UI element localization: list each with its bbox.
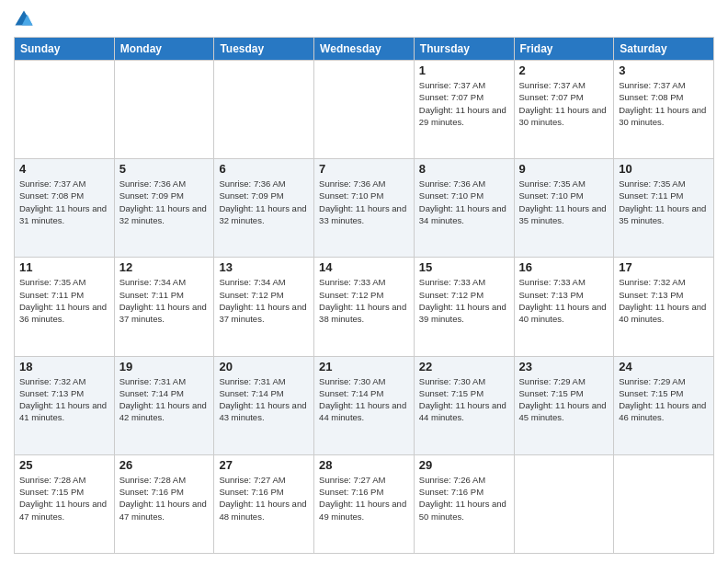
calendar-cell: 23Sunrise: 7:29 AMSunset: 7:15 PMDayligh…: [514, 356, 614, 454]
day-info: Sunrise: 7:31 AMSunset: 7:14 PMDaylight:…: [119, 375, 210, 424]
calendar-cell: 1Sunrise: 7:37 AMSunset: 7:07 PMDaylight…: [414, 61, 514, 159]
day-header-friday: Friday: [514, 38, 614, 61]
day-header-tuesday: Tuesday: [214, 38, 314, 61]
day-info: Sunrise: 7:33 AMSunset: 7:12 PMDaylight:…: [419, 276, 509, 325]
calendar-cell: 19Sunrise: 7:31 AMSunset: 7:14 PMDayligh…: [114, 356, 214, 454]
day-info: Sunrise: 7:36 AMSunset: 7:10 PMDaylight:…: [419, 178, 509, 226]
day-info: Sunrise: 7:33 AMSunset: 7:12 PMDaylight:…: [319, 276, 409, 325]
day-info: Sunrise: 7:32 AMSunset: 7:13 PMDaylight:…: [619, 276, 709, 325]
calendar-cell: 3Sunrise: 7:37 AMSunset: 7:08 PMDaylight…: [614, 61, 714, 159]
calendar-cell: [614, 454, 714, 553]
calendar-cell: [114, 61, 214, 159]
logo: [14, 9, 36, 29]
day-number: 11: [19, 260, 109, 274]
day-number: 19: [119, 360, 210, 373]
calendar-cell: 10Sunrise: 7:35 AMSunset: 7:11 PMDayligh…: [614, 159, 714, 258]
day-number: 21: [319, 360, 409, 373]
day-number: 22: [419, 360, 509, 373]
calendar-cell: 24Sunrise: 7:29 AMSunset: 7:15 PMDayligh…: [614, 356, 714, 454]
day-info: Sunrise: 7:35 AMSunset: 7:11 PMDaylight:…: [619, 178, 709, 226]
day-info: Sunrise: 7:29 AMSunset: 7:15 PMDaylight:…: [619, 375, 709, 424]
page: SundayMondayTuesdayWednesdayThursdayFrid…: [0, 0, 728, 563]
calendar-cell: 12Sunrise: 7:34 AMSunset: 7:11 PMDayligh…: [114, 258, 214, 356]
calendar-cell: [15, 61, 115, 159]
day-number: 24: [619, 360, 709, 373]
day-number: 1: [419, 63, 509, 77]
day-number: 18: [19, 360, 109, 373]
calendar-cell: [314, 61, 415, 159]
day-number: 8: [419, 162, 509, 176]
day-info: Sunrise: 7:35 AMSunset: 7:10 PMDaylight:…: [519, 178, 609, 226]
day-info: Sunrise: 7:37 AMSunset: 7:07 PMDaylight:…: [419, 79, 509, 128]
day-header-monday: Monday: [114, 38, 214, 61]
day-number: 16: [519, 260, 609, 274]
calendar-cell: 4Sunrise: 7:37 AMSunset: 7:08 PMDaylight…: [15, 159, 115, 258]
header: [14, 9, 714, 29]
day-info: Sunrise: 7:37 AMSunset: 7:08 PMDaylight:…: [619, 79, 709, 128]
day-info: Sunrise: 7:30 AMSunset: 7:15 PMDaylight:…: [419, 375, 509, 424]
day-header-thursday: Thursday: [414, 38, 514, 61]
day-number: 17: [619, 260, 709, 274]
calendar-cell: 27Sunrise: 7:27 AMSunset: 7:16 PMDayligh…: [214, 454, 314, 553]
day-info: Sunrise: 7:35 AMSunset: 7:11 PMDaylight:…: [19, 276, 109, 325]
day-info: Sunrise: 7:36 AMSunset: 7:09 PMDaylight:…: [119, 178, 210, 226]
day-info: Sunrise: 7:30 AMSunset: 7:14 PMDaylight:…: [319, 375, 409, 424]
day-number: 5: [119, 162, 210, 176]
day-header-wednesday: Wednesday: [314, 38, 415, 61]
calendar-cell: 5Sunrise: 7:36 AMSunset: 7:09 PMDaylight…: [114, 159, 214, 258]
calendar-cell: 25Sunrise: 7:28 AMSunset: 7:15 PMDayligh…: [15, 454, 115, 553]
calendar-cell: 15Sunrise: 7:33 AMSunset: 7:12 PMDayligh…: [414, 258, 514, 356]
calendar-cell: 14Sunrise: 7:33 AMSunset: 7:12 PMDayligh…: [314, 258, 415, 356]
day-number: 7: [319, 162, 409, 176]
logo-icon: [14, 9, 34, 29]
day-info: Sunrise: 7:37 AMSunset: 7:08 PMDaylight:…: [19, 178, 109, 226]
day-info: Sunrise: 7:34 AMSunset: 7:12 PMDaylight:…: [219, 276, 309, 325]
calendar-cell: 13Sunrise: 7:34 AMSunset: 7:12 PMDayligh…: [214, 258, 314, 356]
day-number: 3: [619, 63, 709, 77]
day-header-saturday: Saturday: [614, 38, 714, 61]
calendar-cell: 21Sunrise: 7:30 AMSunset: 7:14 PMDayligh…: [314, 356, 415, 454]
day-number: 9: [519, 162, 609, 176]
calendar-cell: 2Sunrise: 7:37 AMSunset: 7:07 PMDaylight…: [514, 61, 614, 159]
calendar-cell: 7Sunrise: 7:36 AMSunset: 7:10 PMDaylight…: [314, 159, 415, 258]
day-info: Sunrise: 7:26 AMSunset: 7:16 PMDaylight:…: [419, 474, 509, 523]
calendar-cell: 29Sunrise: 7:26 AMSunset: 7:16 PMDayligh…: [414, 454, 514, 553]
calendar-week-5: 25Sunrise: 7:28 AMSunset: 7:15 PMDayligh…: [15, 454, 714, 553]
calendar-cell: 6Sunrise: 7:36 AMSunset: 7:09 PMDaylight…: [214, 159, 314, 258]
calendar-cell: 26Sunrise: 7:28 AMSunset: 7:16 PMDayligh…: [114, 454, 214, 553]
day-info: Sunrise: 7:36 AMSunset: 7:09 PMDaylight:…: [219, 178, 309, 226]
day-info: Sunrise: 7:32 AMSunset: 7:13 PMDaylight:…: [19, 375, 109, 424]
calendar-cell: 20Sunrise: 7:31 AMSunset: 7:14 PMDayligh…: [214, 356, 314, 454]
calendar-week-3: 11Sunrise: 7:35 AMSunset: 7:11 PMDayligh…: [15, 258, 714, 356]
calendar-cell: 11Sunrise: 7:35 AMSunset: 7:11 PMDayligh…: [15, 258, 115, 356]
day-number: 10: [619, 162, 709, 176]
day-number: 14: [319, 260, 409, 274]
day-info: Sunrise: 7:37 AMSunset: 7:07 PMDaylight:…: [519, 79, 609, 128]
calendar-cell: 16Sunrise: 7:33 AMSunset: 7:13 PMDayligh…: [514, 258, 614, 356]
day-number: 23: [519, 360, 609, 373]
day-info: Sunrise: 7:33 AMSunset: 7:13 PMDaylight:…: [519, 276, 609, 325]
day-number: 20: [219, 360, 309, 373]
calendar-week-1: 1Sunrise: 7:37 AMSunset: 7:07 PMDaylight…: [15, 61, 714, 159]
calendar-cell: [214, 61, 314, 159]
day-info: Sunrise: 7:34 AMSunset: 7:11 PMDaylight:…: [119, 276, 210, 325]
calendar-cell: 18Sunrise: 7:32 AMSunset: 7:13 PMDayligh…: [15, 356, 115, 454]
day-number: 15: [419, 260, 509, 274]
day-number: 25: [19, 458, 109, 472]
calendar-cell: [514, 454, 614, 553]
day-info: Sunrise: 7:36 AMSunset: 7:10 PMDaylight:…: [319, 178, 409, 226]
day-info: Sunrise: 7:27 AMSunset: 7:16 PMDaylight:…: [319, 474, 409, 523]
day-info: Sunrise: 7:31 AMSunset: 7:14 PMDaylight:…: [219, 375, 309, 424]
calendar-cell: 8Sunrise: 7:36 AMSunset: 7:10 PMDaylight…: [414, 159, 514, 258]
calendar-week-4: 18Sunrise: 7:32 AMSunset: 7:13 PMDayligh…: [15, 356, 714, 454]
calendar-week-2: 4Sunrise: 7:37 AMSunset: 7:08 PMDaylight…: [15, 159, 714, 258]
day-info: Sunrise: 7:27 AMSunset: 7:16 PMDaylight:…: [219, 474, 309, 523]
day-number: 27: [219, 458, 309, 472]
day-header-sunday: Sunday: [15, 38, 115, 61]
calendar-header-row: SundayMondayTuesdayWednesdayThursdayFrid…: [15, 38, 714, 61]
day-number: 29: [419, 458, 509, 472]
calendar-cell: 17Sunrise: 7:32 AMSunset: 7:13 PMDayligh…: [614, 258, 714, 356]
day-number: 13: [219, 260, 309, 274]
calendar-cell: 9Sunrise: 7:35 AMSunset: 7:10 PMDaylight…: [514, 159, 614, 258]
day-info: Sunrise: 7:28 AMSunset: 7:16 PMDaylight:…: [119, 474, 210, 523]
